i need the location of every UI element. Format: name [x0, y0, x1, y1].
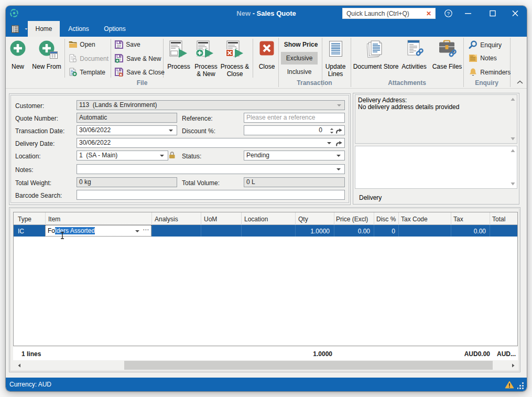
- svg-text:?: ?: [447, 10, 450, 16]
